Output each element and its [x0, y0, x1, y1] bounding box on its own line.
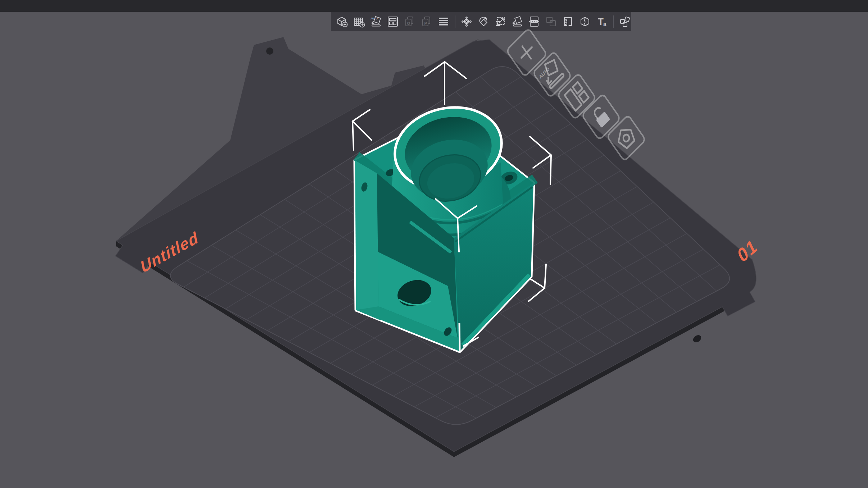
slicer-viewport: AUTO O P — [0, 0, 868, 488]
lock-body — [596, 111, 610, 128]
alignment-pin-hole — [266, 47, 273, 55]
viewport-3d-scene: Untitled 01 AUTO — [0, 0, 868, 488]
plate-screw-hole — [692, 334, 703, 344]
model-left-wall — [355, 160, 380, 320]
